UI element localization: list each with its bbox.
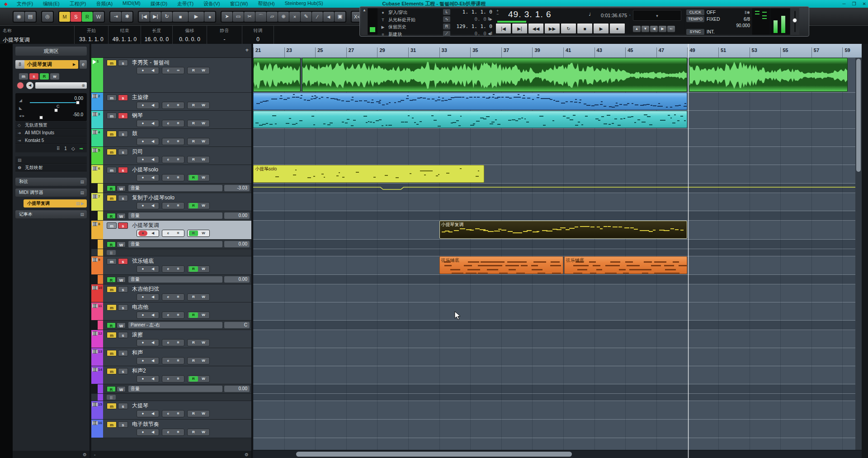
output-routing-dropdown[interactable]: ⊗ bbox=[35, 82, 87, 89]
arrange-lane-11[interactable] bbox=[253, 321, 862, 330]
lane-read-button[interactable]: R bbox=[107, 213, 116, 219]
track-row-7[interactable]: 7ms复制于小提琴solo●◀e⌗RW bbox=[91, 193, 251, 211]
transport-goto-end[interactable]: ▶| bbox=[512, 23, 528, 34]
arrange-row-10[interactable] bbox=[253, 284, 862, 302]
track-monitor-button[interactable]: ◀ bbox=[148, 121, 157, 126]
track-solo-button[interactable]: s bbox=[118, 421, 128, 428]
time-signature[interactable]: 6/8 bbox=[728, 17, 750, 22]
clip-弦乐铺底[interactable]: 弦乐铺底 bbox=[564, 256, 688, 274]
inspector-track-name[interactable]: 小提琴复调 bbox=[24, 60, 73, 69]
infoline-value-5[interactable]: - bbox=[210, 36, 239, 42]
track-record-button[interactable]: ● bbox=[138, 411, 147, 416]
track-name[interactable]: 小提琴solo bbox=[132, 166, 158, 174]
track-row-8[interactable]: 8ms小提琴复调●◀e⌗RW bbox=[91, 221, 251, 240]
track-monitor-button[interactable]: ◀ bbox=[148, 68, 157, 73]
track-instrument-icon[interactable]: ⌗ bbox=[174, 294, 183, 300]
arrange-row-11[interactable] bbox=[253, 302, 862, 321]
track-record-button[interactable]: ● bbox=[138, 312, 147, 318]
track-name[interactable]: 李秀英 - 헬렐레 bbox=[132, 59, 170, 66]
track-mute-button[interactable]: m bbox=[107, 403, 117, 409]
add-track-button[interactable]: + bbox=[245, 47, 249, 53]
track-instrument-icon[interactable]: ⌗ bbox=[174, 203, 183, 208]
inspector-section-1[interactable]: MIDI 调节器▤ bbox=[15, 189, 87, 197]
track-instrument-icon[interactable]: ⌗ bbox=[174, 340, 183, 345]
track-record-button[interactable]: ● bbox=[138, 358, 147, 364]
secondary-time[interactable]: 0:01:36.675 ◔ bbox=[601, 13, 632, 18]
delay-value[interactable]: -50.0 bbox=[73, 112, 83, 117]
lane-parameter[interactable]: 音量 bbox=[128, 386, 222, 392]
track-read-button[interactable]: R bbox=[189, 157, 198, 162]
inspector-write-button[interactable]: w bbox=[50, 73, 59, 80]
transport-cycle[interactable]: ↻ bbox=[561, 23, 576, 34]
lane-read-button[interactable]: R bbox=[107, 322, 116, 328]
extra-lane-8[interactable]: ||| bbox=[91, 249, 251, 256]
track-instrument-icon[interactable]: ⌗ bbox=[174, 411, 183, 416]
lane-value[interactable]: C bbox=[224, 322, 250, 328]
track-write-button[interactable]: W bbox=[199, 121, 208, 126]
track-mute-button[interactable]: m bbox=[107, 131, 117, 137]
track-solo-button[interactable]: s bbox=[118, 304, 128, 311]
track-write-button[interactable]: W bbox=[199, 294, 208, 300]
lane-value[interactable]: -3.03 bbox=[224, 185, 250, 191]
track-instrument-icon[interactable]: ⌗ bbox=[174, 175, 183, 180]
track-row-13[interactable]: 13ms和声●◀e⌗RW bbox=[91, 348, 251, 366]
time-plus-minus[interactable]: +− bbox=[496, 9, 499, 16]
lane-parameter[interactable]: 音量 bbox=[128, 276, 222, 283]
locator-row-2[interactable]: R129. 1. 1. 0 bbox=[441, 23, 494, 30]
glue-tool[interactable]: ⌒ bbox=[255, 12, 266, 22]
drum-map-row[interactable]: ❶无鼓映射 bbox=[15, 164, 87, 171]
track-name[interactable]: 电吉他 bbox=[132, 303, 148, 311]
arrange-extra-lane-8[interactable] bbox=[253, 249, 862, 256]
track-instrument-icon[interactable]: ∞ bbox=[174, 68, 183, 73]
track-write-button[interactable]: W bbox=[199, 203, 208, 208]
track-solo-button[interactable]: s bbox=[118, 131, 128, 137]
track-read-button[interactable]: R bbox=[189, 294, 198, 300]
arrange-row-2[interactable] bbox=[253, 93, 862, 111]
track-name[interactable]: 滚擦 bbox=[132, 331, 143, 339]
track-edit-button[interactable]: e bbox=[164, 376, 173, 382]
track-row-1[interactable]: 1ms李秀英 - 헬렐레●◀e∞RW bbox=[91, 58, 251, 93]
track-name[interactable]: 大提琴 bbox=[132, 402, 148, 410]
lane-parameter[interactable]: 音量 bbox=[128, 185, 222, 191]
inspector-section-0[interactable]: 和弦▤ bbox=[15, 178, 87, 186]
infoline-value-3[interactable]: 16. 0. 0. 0 bbox=[144, 36, 170, 42]
track-read-button[interactable]: R bbox=[189, 175, 198, 180]
track-instrument-icon[interactable]: ⌗ bbox=[174, 430, 183, 435]
inspector-solo-button[interactable]: s bbox=[29, 73, 38, 80]
track-write-button[interactable]: W bbox=[199, 68, 208, 73]
lane-write-button[interactable]: W bbox=[117, 322, 126, 328]
track-write-button[interactable]: W bbox=[199, 312, 208, 318]
extra-lane-14[interactable]: ||| bbox=[91, 394, 251, 401]
goto-start-button[interactable]: |◀ bbox=[139, 12, 150, 22]
lane-write-button[interactable]: W bbox=[117, 277, 126, 283]
track-read-button[interactable]: R bbox=[189, 121, 198, 126]
inspector-row-2[interactable]: ⇥Kontakt 5 bbox=[15, 137, 87, 144]
track-record-button[interactable]: ● bbox=[138, 430, 147, 435]
arrange-row-16[interactable] bbox=[253, 420, 862, 438]
tempo-value[interactable]: FIXED bbox=[707, 17, 728, 22]
track-write-button[interactable]: W bbox=[199, 376, 208, 382]
arrange-lane-6[interactable] bbox=[253, 184, 862, 193]
track-read-button[interactable]: R bbox=[189, 340, 198, 345]
track-record-button[interactable]: ● bbox=[138, 157, 147, 162]
track-edit-button[interactable]: e bbox=[164, 358, 173, 364]
punch-row-3[interactable]: ≡新建块 bbox=[378, 31, 441, 38]
lane-read-button[interactable]: R bbox=[107, 241, 116, 247]
delay-handle[interactable] bbox=[39, 116, 43, 119]
inspector-gear-icon[interactable]: ⚙ bbox=[83, 452, 87, 457]
edit-channel-button[interactable]: e bbox=[80, 60, 87, 69]
track-mute-button[interactable]: m bbox=[107, 222, 117, 229]
clip-blue[interactable] bbox=[253, 93, 687, 110]
track-monitor-button[interactable]: ◀ bbox=[148, 231, 157, 236]
track-record-button[interactable]: ● bbox=[138, 139, 147, 144]
global-write-button[interactable]: W bbox=[93, 12, 104, 22]
maximize-button[interactable]: ❐ bbox=[852, 0, 856, 8]
track-name[interactable]: 弦乐铺底 bbox=[132, 257, 154, 265]
infoline-value-2[interactable]: 49. 1. 1. 0 bbox=[111, 36, 138, 42]
clip-小提琴solo[interactable]: 小提琴solo bbox=[253, 165, 484, 183]
track-name[interactable]: 鼓 bbox=[132, 130, 137, 137]
infoline-value-0[interactable]: 小提琴复调 bbox=[3, 36, 71, 44]
track-row-5[interactable]: 5ms贝司●◀e⌗RW bbox=[91, 147, 251, 165]
track-mute-button[interactable]: m bbox=[107, 368, 117, 374]
locator-row-0[interactable]: L1. 1. 1. 0 bbox=[441, 8, 494, 15]
